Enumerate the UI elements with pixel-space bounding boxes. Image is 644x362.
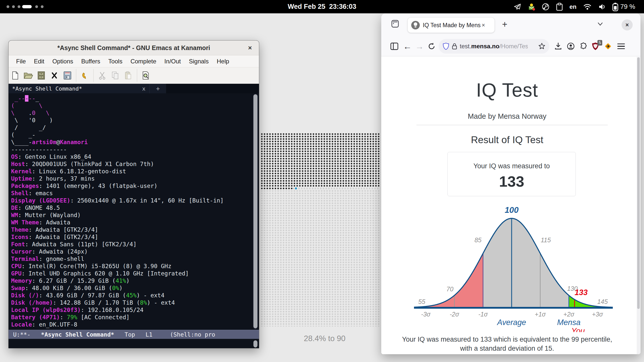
close-buffer-icon[interactable]	[48, 69, 61, 82]
buffer-line: Icons: Adwaita [GTK2/3/4]	[11, 233, 252, 241]
download-icon[interactable]	[552, 36, 564, 56]
clipboard-icon[interactable]	[556, 3, 563, 11]
new-tab-button[interactable]: +	[502, 19, 507, 30]
emacs-scrollbar[interactable]	[253, 94, 258, 329]
open-file-icon[interactable]	[22, 69, 35, 82]
emacs-tab-close-icon[interactable]: x	[142, 86, 145, 92]
svg-text:Mensa: Mensa	[557, 318, 581, 327]
battery-icon[interactable]: 79 %	[612, 2, 635, 11]
buffer-line: \____-artsi0m@Kanamori	[11, 139, 252, 146]
svg-text:+2σ: +2σ	[563, 311, 575, 318]
new-file-icon[interactable]	[9, 69, 22, 82]
buffer-line: Disk (/home): 142.88 GiB / 1.70 TiB (8%)…	[11, 299, 252, 306]
svg-text:115: 115	[541, 236, 551, 244]
browser-toolbar: ← → test.mensa.no/Home/Tes	[381, 36, 640, 56]
result-card: Your IQ was measured to 133	[447, 152, 576, 196]
emacs-buffer-async-shell-output[interactable]: _-----_( \\ .0 \ \ '0 ) / _/( _-\____-ar…	[9, 93, 252, 330]
wifi-icon[interactable]	[583, 3, 592, 11]
buffer-line: Locale: en_DK.UTF-8	[11, 321, 252, 328]
extensions-icon[interactable]	[578, 36, 589, 56]
progress-dots-transition-row	[260, 187, 380, 190]
buffer-line: Battery (4P71): 79% [AC Connected]	[11, 314, 252, 321]
emacs-titlebar[interactable]: *Async Shell Command* - GNU Emacs at Kan…	[9, 41, 259, 55]
steam-icon[interactable]	[542, 3, 549, 11]
emacs-new-tab-button[interactable]: +	[149, 84, 166, 93]
buffer-line: Disk (/): 43.69 GiB / 97.87 GiB (45%) - …	[11, 292, 252, 299]
tab-close-icon[interactable]: ×	[482, 22, 485, 29]
back-icon[interactable]: ←	[401, 36, 413, 56]
svg-text:-2σ: -2σ	[450, 311, 459, 318]
paste-icon[interactable]	[122, 69, 135, 82]
emacs-menu-signals[interactable]: Signals	[185, 58, 213, 65]
ublock-badge: 5	[597, 40, 602, 46]
tracking-shield-icon[interactable]	[443, 43, 449, 50]
result-card-value: 133	[448, 173, 576, 190]
result-footer-line1: Your IQ was measured to 133 which is equ…	[381, 336, 633, 343]
keyboard-layout-indicator[interactable]: en	[570, 3, 577, 10]
svg-text:55: 55	[418, 298, 425, 305]
page-scrollbar[interactable]	[637, 57, 640, 354]
progress-dot-current	[295, 187, 297, 189]
emacs-echo-area	[9, 339, 259, 348]
emacs-tab-bar: *Async Shell Command* x +	[9, 84, 259, 93]
buffer-line: Memory: 6.27 GiB / 15.29 GiB (41%)	[11, 277, 252, 285]
emacs-close-button[interactable]: ×	[248, 44, 252, 52]
emacs-menu-help[interactable]: Help	[213, 58, 233, 65]
reload-icon[interactable]	[426, 36, 438, 56]
firefox-view-icon[interactable]	[389, 14, 401, 34]
buffer-line: ( \	[11, 102, 252, 109]
tab-title: IQ Test Made by Mensa	[423, 22, 481, 29]
dired-icon[interactable]	[35, 69, 48, 82]
buffer-line: Terminal: gnome-shell	[11, 255, 252, 263]
browser-tab-iq-test[interactable]: IQ Test Made by Mensa ×	[408, 18, 495, 33]
forward-icon[interactable]: →	[413, 36, 426, 56]
buffer-line: WM Theme: Adwaita	[11, 219, 252, 226]
buffer-line: CPU: Intel(R) Core(TM) i5-8265U (8) @ 3.…	[11, 263, 252, 270]
svg-text:85: 85	[474, 236, 481, 244]
emacs-menu-complete[interactable]: Complete	[126, 58, 160, 65]
emacs-menu-file[interactable]: File	[12, 58, 30, 65]
volume-icon[interactable]	[598, 3, 606, 11]
result-card-label: Your IQ was measured to	[448, 162, 576, 170]
ublock-icon[interactable]: 5	[590, 36, 601, 56]
svg-text:-3σ: -3σ	[421, 311, 431, 318]
url-text[interactable]: test.mensa.no/Home/Tes	[460, 43, 528, 50]
undo-icon[interactable]	[78, 69, 91, 82]
emacs-menu-inout[interactable]: In/Out	[160, 58, 185, 65]
libredirect-icon[interactable]	[602, 36, 614, 56]
emacs-scrollbar-thumb[interactable]	[253, 94, 257, 328]
emacs-window: *Async Shell Command* - GNU Emacs at Kan…	[8, 40, 259, 348]
emacs-menu-edit[interactable]: Edit	[30, 58, 48, 65]
firefox-window: IQ Test Made by Mensa × + × ← →	[381, 14, 640, 354]
url-path: /Home/Tes	[499, 43, 528, 50]
svg-text:You: You	[571, 327, 585, 332]
buffer-line: ( _-	[11, 131, 252, 139]
url-subdomain: test.	[460, 43, 471, 50]
emacs-menu-buffers[interactable]: Buffers	[77, 58, 104, 65]
isearch-icon[interactable]	[139, 69, 152, 82]
save-icon[interactable]	[61, 69, 74, 82]
buffer-line: DE: GNOME 48.5	[11, 204, 252, 212]
cut-icon[interactable]	[96, 69, 109, 82]
buffer-line: Packages: 1401 (emerge), 43 (flatpak-use…	[11, 182, 252, 190]
copy-icon[interactable]	[109, 69, 122, 82]
emacs-tab-async-shell[interactable]: *Async Shell Command* x	[9, 84, 149, 93]
url-bar[interactable]: test.mensa.no/Home/Tes	[439, 39, 549, 54]
buffer-line: Swap: 48.00 KiB / 36.00 GiB (0%)	[11, 285, 252, 292]
menu-icon[interactable]	[615, 36, 627, 56]
window-close-button[interactable]: ×	[622, 19, 633, 30]
emacs-menu-options[interactable]: Options	[48, 58, 77, 65]
telegram-icon[interactable]	[514, 3, 521, 10]
lock-icon[interactable]	[452, 43, 457, 50]
emacs-menu-tools[interactable]: Tools	[104, 58, 126, 65]
list-all-tabs-icon[interactable]	[596, 20, 604, 28]
page-scrollbar-thumb[interactable]	[637, 57, 640, 309]
system-tray[interactable]: en 79 %	[510, 0, 638, 13]
svg-text:-1σ: -1σ	[478, 311, 488, 318]
toolbar-separator	[137, 69, 137, 82]
sidebar-icon[interactable]	[388, 36, 400, 56]
mail-icon[interactable]	[528, 3, 535, 11]
buffer-line: Uptime: 2 hours, 37 mins	[11, 175, 252, 182]
account-icon[interactable]	[565, 36, 577, 56]
bookmark-star-icon[interactable]	[538, 43, 545, 50]
